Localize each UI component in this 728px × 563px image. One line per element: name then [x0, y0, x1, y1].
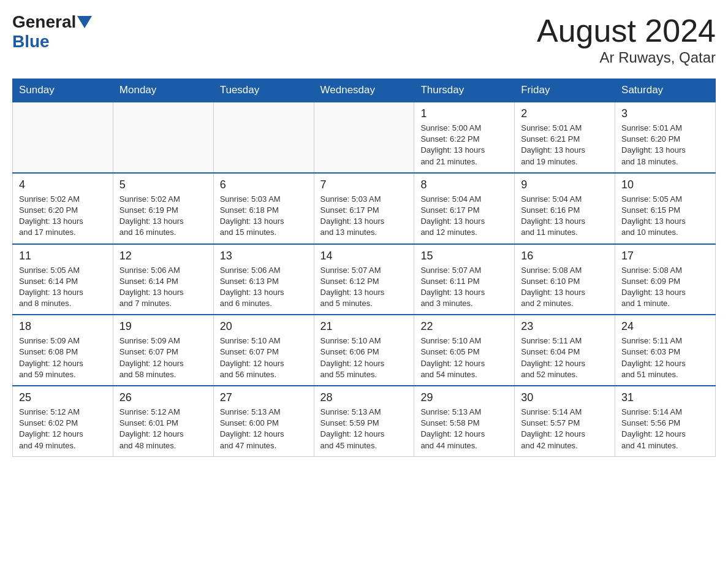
- day-info: Sunrise: 5:01 AM Sunset: 6:21 PM Dayligh…: [521, 123, 609, 167]
- calendar-week-row: 18Sunrise: 5:09 AM Sunset: 6:08 PM Dayli…: [13, 315, 716, 386]
- calendar-cell: 15Sunrise: 5:07 AM Sunset: 6:11 PM Dayli…: [414, 244, 515, 315]
- day-number: 19: [119, 320, 207, 333]
- calendar-cell: 29Sunrise: 5:13 AM Sunset: 5:58 PM Dayli…: [414, 386, 515, 456]
- day-number: 1: [420, 107, 508, 120]
- day-info: Sunrise: 5:04 AM Sunset: 6:17 PM Dayligh…: [420, 194, 508, 239]
- day-number: 5: [119, 178, 207, 191]
- day-info: Sunrise: 5:09 AM Sunset: 6:08 PM Dayligh…: [19, 335, 107, 380]
- day-info: Sunrise: 5:12 AM Sunset: 6:01 PM Dayligh…: [119, 407, 207, 451]
- title-block: August 2024 Ar Ruways, Qatar: [537, 12, 716, 66]
- calendar-cell: 13Sunrise: 5:06 AM Sunset: 6:13 PM Dayli…: [213, 244, 314, 315]
- calendar-cell: 30Sunrise: 5:14 AM Sunset: 5:57 PM Dayli…: [515, 386, 615, 456]
- day-info: Sunrise: 5:13 AM Sunset: 5:58 PM Dayligh…: [420, 407, 508, 451]
- day-number: 21: [320, 320, 408, 333]
- day-number: 10: [621, 178, 709, 191]
- day-number: 16: [521, 250, 609, 262]
- day-info: Sunrise: 5:10 AM Sunset: 6:05 PM Dayligh…: [420, 335, 508, 380]
- calendar-week-row: 4Sunrise: 5:02 AM Sunset: 6:20 PM Daylig…: [13, 173, 716, 244]
- logo-blue-text: Blue: [12, 32, 50, 51]
- day-number: 26: [119, 391, 207, 404]
- calendar-cell: 10Sunrise: 5:05 AM Sunset: 6:15 PM Dayli…: [615, 173, 716, 244]
- calendar-cell: 31Sunrise: 5:14 AM Sunset: 5:56 PM Dayli…: [615, 386, 716, 456]
- day-number: 31: [621, 391, 709, 404]
- day-number: 8: [420, 178, 508, 191]
- day-number: 9: [521, 178, 609, 191]
- day-number: 2: [521, 107, 609, 120]
- calendar-table: SundayMondayTuesdayWednesdayThursdayFrid…: [12, 79, 716, 457]
- day-info: Sunrise: 5:01 AM Sunset: 6:20 PM Dayligh…: [621, 123, 709, 167]
- logo: General Blue: [12, 12, 93, 52]
- logo-general-text: General: [12, 12, 76, 32]
- day-number: 27: [220, 391, 308, 404]
- calendar-cell: 24Sunrise: 5:11 AM Sunset: 6:03 PM Dayli…: [615, 315, 716, 386]
- calendar-week-row: 25Sunrise: 5:12 AM Sunset: 6:02 PM Dayli…: [13, 386, 716, 456]
- day-info: Sunrise: 5:10 AM Sunset: 6:06 PM Dayligh…: [320, 335, 408, 380]
- day-number: 3: [621, 107, 709, 120]
- day-number: 13: [220, 250, 308, 262]
- calendar-cell: 20Sunrise: 5:10 AM Sunset: 6:07 PM Dayli…: [213, 315, 314, 386]
- calendar-cell: 23Sunrise: 5:11 AM Sunset: 6:04 PM Dayli…: [515, 315, 615, 386]
- day-info: Sunrise: 5:14 AM Sunset: 5:56 PM Dayligh…: [621, 407, 709, 451]
- calendar-cell: 28Sunrise: 5:13 AM Sunset: 5:59 PM Dayli…: [314, 386, 414, 456]
- calendar-cell: 2Sunrise: 5:01 AM Sunset: 6:21 PM Daylig…: [515, 102, 615, 173]
- calendar-cell: 4Sunrise: 5:02 AM Sunset: 6:20 PM Daylig…: [13, 173, 113, 244]
- day-header-wednesday: Wednesday: [314, 79, 414, 102]
- day-info: Sunrise: 5:08 AM Sunset: 6:09 PM Dayligh…: [621, 265, 709, 310]
- day-info: Sunrise: 5:03 AM Sunset: 6:17 PM Dayligh…: [320, 194, 408, 239]
- calendar-cell: [213, 102, 314, 173]
- calendar-cell: 17Sunrise: 5:08 AM Sunset: 6:09 PM Dayli…: [615, 244, 716, 315]
- calendar-cell: 6Sunrise: 5:03 AM Sunset: 6:18 PM Daylig…: [213, 173, 314, 244]
- calendar-cell: 16Sunrise: 5:08 AM Sunset: 6:10 PM Dayli…: [515, 244, 615, 315]
- day-number: 23: [521, 320, 609, 333]
- logo-triangle-icon: [77, 16, 92, 28]
- day-number: 18: [19, 320, 107, 333]
- calendar-cell: [113, 102, 213, 173]
- day-info: Sunrise: 5:13 AM Sunset: 6:00 PM Dayligh…: [220, 407, 308, 451]
- day-info: Sunrise: 5:05 AM Sunset: 6:14 PM Dayligh…: [19, 265, 107, 310]
- calendar-week-row: 1Sunrise: 5:00 AM Sunset: 6:22 PM Daylig…: [13, 102, 716, 173]
- calendar-cell: 19Sunrise: 5:09 AM Sunset: 6:07 PM Dayli…: [113, 315, 213, 386]
- calendar-cell: 27Sunrise: 5:13 AM Sunset: 6:00 PM Dayli…: [213, 386, 314, 456]
- day-number: 6: [220, 178, 308, 191]
- day-number: 7: [320, 178, 408, 191]
- page-header: General Blue August 2024 Ar Ruways, Qata…: [12, 12, 716, 66]
- day-info: Sunrise: 5:04 AM Sunset: 6:16 PM Dayligh…: [521, 194, 609, 239]
- day-info: Sunrise: 5:00 AM Sunset: 6:22 PM Dayligh…: [420, 123, 508, 167]
- calendar-cell: 5Sunrise: 5:02 AM Sunset: 6:19 PM Daylig…: [113, 173, 213, 244]
- day-info: Sunrise: 5:03 AM Sunset: 6:18 PM Dayligh…: [220, 194, 308, 239]
- day-info: Sunrise: 5:02 AM Sunset: 6:19 PM Dayligh…: [119, 194, 207, 239]
- day-info: Sunrise: 5:07 AM Sunset: 6:12 PM Dayligh…: [320, 265, 408, 310]
- day-header-friday: Friday: [515, 79, 615, 102]
- day-number: 4: [19, 178, 107, 191]
- day-number: 28: [320, 391, 408, 404]
- day-info: Sunrise: 5:07 AM Sunset: 6:11 PM Dayligh…: [420, 265, 508, 310]
- calendar-cell: 7Sunrise: 5:03 AM Sunset: 6:17 PM Daylig…: [314, 173, 414, 244]
- day-number: 20: [220, 320, 308, 333]
- calendar-week-row: 11Sunrise: 5:05 AM Sunset: 6:14 PM Dayli…: [13, 244, 716, 315]
- day-header-thursday: Thursday: [414, 79, 515, 102]
- day-info: Sunrise: 5:06 AM Sunset: 6:14 PM Dayligh…: [119, 265, 207, 310]
- day-number: 11: [19, 250, 107, 262]
- day-info: Sunrise: 5:02 AM Sunset: 6:20 PM Dayligh…: [19, 194, 107, 239]
- calendar-cell: 9Sunrise: 5:04 AM Sunset: 6:16 PM Daylig…: [515, 173, 615, 244]
- day-info: Sunrise: 5:11 AM Sunset: 6:03 PM Dayligh…: [621, 335, 709, 380]
- day-number: 12: [119, 250, 207, 262]
- day-number: 25: [19, 391, 107, 404]
- calendar-cell: 8Sunrise: 5:04 AM Sunset: 6:17 PM Daylig…: [414, 173, 515, 244]
- calendar-cell: 22Sunrise: 5:10 AM Sunset: 6:05 PM Dayli…: [414, 315, 515, 386]
- day-info: Sunrise: 5:14 AM Sunset: 5:57 PM Dayligh…: [521, 407, 609, 451]
- calendar-header-row: SundayMondayTuesdayWednesdayThursdayFrid…: [13, 79, 716, 102]
- calendar-cell: 25Sunrise: 5:12 AM Sunset: 6:02 PM Dayli…: [13, 386, 113, 456]
- calendar-cell: 18Sunrise: 5:09 AM Sunset: 6:08 PM Dayli…: [13, 315, 113, 386]
- day-header-sunday: Sunday: [13, 79, 113, 102]
- day-info: Sunrise: 5:06 AM Sunset: 6:13 PM Dayligh…: [220, 265, 308, 310]
- day-number: 29: [420, 391, 508, 404]
- day-number: 14: [320, 250, 408, 262]
- calendar-cell: 21Sunrise: 5:10 AM Sunset: 6:06 PM Dayli…: [314, 315, 414, 386]
- day-info: Sunrise: 5:05 AM Sunset: 6:15 PM Dayligh…: [621, 194, 709, 239]
- calendar-cell: 14Sunrise: 5:07 AM Sunset: 6:12 PM Dayli…: [314, 244, 414, 315]
- location-title: Ar Ruways, Qatar: [537, 49, 716, 66]
- calendar-cell: 1Sunrise: 5:00 AM Sunset: 6:22 PM Daylig…: [414, 102, 515, 173]
- day-number: 22: [420, 320, 508, 333]
- day-header-tuesday: Tuesday: [213, 79, 314, 102]
